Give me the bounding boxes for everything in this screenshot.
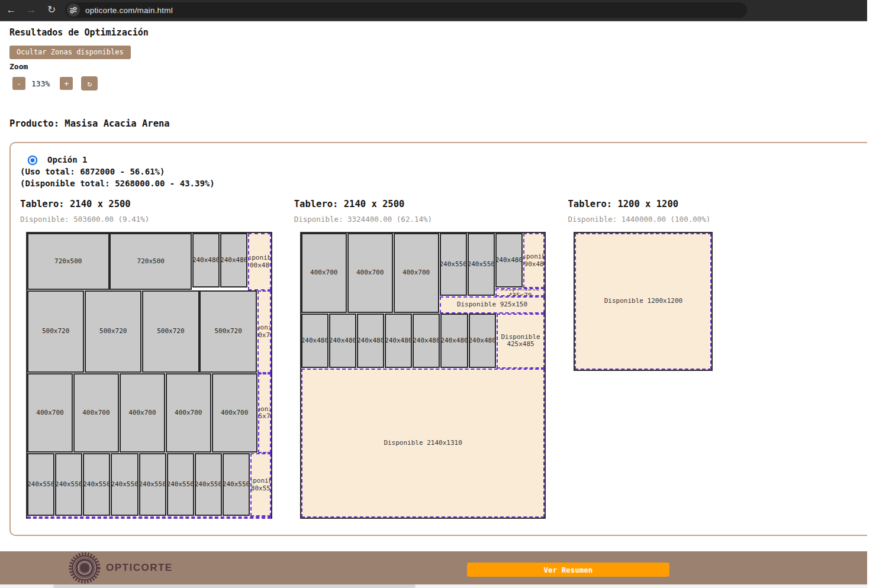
rect-label: 240x480: [220, 257, 247, 264]
cut-piece: 400x700: [301, 233, 347, 313]
rect-label: 240x550: [55, 481, 82, 489]
saw-blade-logo-icon: [69, 552, 101, 584]
option-radio[interactable]: [29, 157, 36, 164]
url-text: opticorte.com/main.html: [85, 6, 173, 15]
board-title: Tablero: 1200 x 1200: [568, 198, 713, 211]
cut-piece: 400x700: [73, 373, 119, 453]
board-column: Tablero: 1200 x 1200Disponible: 1440000.…: [568, 198, 713, 519]
rect-label: 500x720: [99, 328, 127, 335]
rect-label: 240x550: [27, 481, 54, 489]
board-diagram: 400x700400x700400x700240x550240x550240x4…: [300, 232, 546, 519]
cut-piece: 400x700: [27, 373, 73, 453]
zoom-out-button[interactable]: -: [12, 77, 25, 90]
rect-label: Disponible 190x480: [523, 253, 545, 268]
forward-icon[interactable]: →: [22, 1, 40, 20]
cut-piece: 240x480: [220, 233, 247, 287]
cut-piece: 240x550: [139, 453, 166, 516]
rect-label: 240x550: [139, 481, 166, 489]
footer: OPTICORTE Ver Resumen: [0, 551, 867, 584]
rect-label: 500x720: [214, 328, 241, 335]
rect-label: Disponible 200x480: [248, 254, 270, 269]
rect-label: 400x700: [356, 269, 384, 277]
cut-piece: 500x720: [142, 290, 199, 373]
rect-label: 240x480: [329, 337, 356, 345]
cut-piece: 240x480: [192, 233, 220, 287]
scrollbar-thumb[interactable]: [53, 584, 416, 588]
cut-piece: 720x500: [109, 233, 192, 290]
rect-label: 240x550: [195, 481, 222, 489]
board-available-subtitle: Disponible: 503600.00 (9.41%): [20, 214, 272, 225]
horizontal-scrollbar[interactable]: [0, 584, 867, 588]
boards-container: Tablero: 2140 x 2500Disponible: 503600.0…: [20, 198, 867, 519]
rect-label: 500x720: [157, 328, 184, 335]
rect-label: 240x550: [223, 481, 250, 489]
available-zone: Disponible 120x720: [257, 290, 271, 373]
rect-label: 240x550: [468, 261, 495, 269]
board-diagram: Disponible 1200x1200: [574, 232, 713, 371]
page-content: Resultados de Optimización Ocultar Zonas…: [0, 21, 867, 536]
reload-icon[interactable]: ↻: [43, 1, 60, 20]
available-zone: [27, 516, 271, 519]
rect-label: 400x700: [310, 269, 337, 277]
zoom-in-button[interactable]: +: [60, 77, 73, 90]
rect-label: 400x700: [402, 269, 430, 277]
rect-label: 240x550: [440, 261, 467, 269]
view-summary-button[interactable]: Ver Resumen: [467, 563, 669, 577]
cut-piece: 720x500: [27, 233, 109, 290]
rect-label: 240x480: [385, 337, 412, 345]
rect-label: 720x500: [137, 258, 165, 266]
rect-label: 240x480: [495, 257, 523, 264]
cut-piece: 240x480: [469, 314, 496, 368]
zoom-reset-button[interactable]: ↻: [81, 76, 98, 91]
available-zone: Disponible 190x480: [523, 233, 545, 288]
available-zone: Disponible 200x480: [248, 233, 270, 290]
cut-piece: 240x550: [440, 233, 467, 296]
board-title: Tablero: 2140 x 2500: [20, 198, 272, 211]
rect-label: 240x550: [111, 481, 138, 489]
rect-label: 240x480: [440, 337, 468, 345]
board-column: Tablero: 2140 x 2500Disponible: 503600.0…: [20, 198, 272, 519]
zoom-label: Zoom: [9, 63, 867, 71]
rect-label: Disponible 115x700: [258, 406, 271, 421]
cut-piece: 500x720: [27, 290, 84, 373]
board-available-subtitle: Disponible: 1440000.00 (100.00%): [568, 214, 713, 225]
rect-label: 400x700: [36, 409, 63, 417]
cut-piece: 240x550: [195, 453, 222, 516]
site-settings-icon[interactable]: [67, 4, 80, 17]
available-zone: Disponible 435x70: [495, 288, 545, 296]
rect-label: 400x700: [221, 409, 248, 417]
cut-piece: 240x480: [329, 314, 356, 368]
rect-label: 240x480: [413, 337, 440, 345]
rect-label: Disponible 925x150: [457, 301, 527, 309]
cut-piece: 240x480: [301, 314, 328, 368]
cut-piece: 240x550: [223, 453, 250, 516]
rect-label: Disponible 120x720: [257, 324, 271, 339]
available-zone: Disponible 425x485: [497, 314, 545, 369]
address-bar[interactable]: opticorte.com/main.html: [65, 2, 747, 18]
board-title: Tablero: 2140 x 2500: [294, 198, 546, 211]
brand-name: OPTICORTE: [106, 562, 173, 574]
toggle-zones-button[interactable]: Ocultar Zonas disponibles: [9, 46, 131, 59]
option-row: Opción 1: [27, 154, 867, 166]
cut-piece: 240x550: [468, 233, 495, 296]
cut-piece: 240x480: [413, 314, 440, 368]
rect-label: 240x550: [83, 481, 110, 489]
cut-piece: 240x480: [357, 314, 384, 368]
disponible-total-text: (Disponible total: 5268000.00 - 43.39%): [20, 177, 867, 189]
cut-piece: 400x700: [120, 373, 165, 453]
available-zone: Disponible 115x700: [258, 373, 271, 454]
cut-piece: 400x700: [212, 373, 257, 453]
cut-piece: 400x700: [394, 233, 439, 313]
cut-piece: 240x480: [495, 233, 523, 287]
rect-label: Disponible 180x550: [250, 477, 271, 492]
zoom-value: 133%: [31, 79, 50, 88]
product-heading: Producto: Masisa Acacia Arena: [9, 118, 867, 130]
page-title: Resultados de Optimización: [9, 27, 867, 38]
uso-total-text: (Uso total: 6872000 - 56.61%): [20, 166, 867, 177]
rect-label: Disponible 425x485: [501, 334, 541, 348]
available-zone: Disponible 2140x1310: [301, 369, 545, 518]
rect-label: 720x500: [54, 258, 82, 266]
browser-toolbar: ← → ↻ opticorte.com/main.html: [0, 0, 867, 21]
cut-piece: 240x480: [440, 314, 468, 368]
back-icon[interactable]: ←: [2, 1, 20, 20]
